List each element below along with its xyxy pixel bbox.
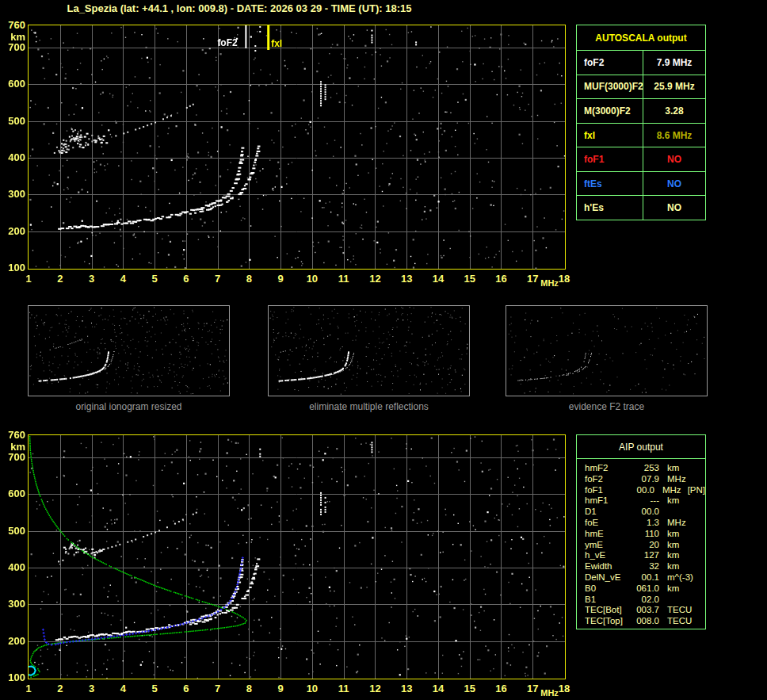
y-tick-label: 400 (2, 562, 25, 573)
x-tick-label: 10 (303, 683, 321, 694)
aip-row-note: [PN] (688, 485, 705, 496)
aip-row-label: B1 (585, 595, 631, 606)
autoscala-row-value: 7.9 MHz (643, 51, 705, 75)
aip-row-label: DelN_vE (585, 572, 631, 583)
thumbnail-caption-1: original ionogram resized (28, 401, 230, 412)
aip-row-value: 32 (631, 561, 659, 572)
aip-row-value: 127 (631, 550, 659, 561)
aip-row-label: D1 (585, 507, 631, 518)
y-tick-label: 600 (2, 488, 25, 499)
y-tick-label: 300 (2, 189, 25, 200)
x-tick-label: 14 (429, 683, 447, 694)
autoscala-row-label: M(3000)F2 (577, 99, 643, 123)
aip-row-label: TEC[Bot] (585, 605, 631, 616)
y-tick-label: 100 (2, 672, 25, 683)
x-tick-label: 13 (398, 273, 415, 285)
autoscala-row-label: MUF(3000)F2 (577, 75, 643, 99)
autoscala-row-label: fxI (577, 124, 643, 147)
thumbnail-caption-3: evidence F2 trace (506, 401, 708, 412)
y-tick-label: 760 (2, 20, 25, 31)
x-tick-label: 16 (492, 273, 509, 285)
y-tick-label: 500 (2, 526, 25, 537)
x-tick-label: 17 (524, 273, 541, 285)
aip-row-unit: km (667, 463, 679, 474)
autoscala-row-label: foF1 (577, 147, 643, 171)
aip-row-unit: TECU (667, 616, 692, 627)
x-tick-label: 3 (83, 273, 101, 285)
y-tick-label: 400 (2, 152, 25, 163)
aip-row-value: --- (631, 495, 659, 507)
x-tick-label: 5 (146, 273, 163, 285)
aip-row: foF207.9MHz (585, 474, 705, 485)
y-tick-label: 700 (2, 452, 25, 463)
autoscala-row-value: 3.28 (643, 99, 705, 123)
aip-row: Ewidth32km (585, 561, 705, 572)
aip-row-unit: MHz (662, 485, 681, 496)
autoscala-row-value: NO (643, 196, 705, 220)
aip-row-unit: km (667, 540, 679, 551)
x-tick-label: 1 (20, 273, 37, 285)
autoscala-app-window: La_Spezia (lat: +44.1 , lon: 009.8) - DA… (0, 0, 767, 700)
autoscala-row-value: 25.9 MHz (643, 75, 705, 99)
x-tick-label: 6 (177, 683, 195, 694)
aip-row: TEC[Bot]003.7TECU (585, 605, 705, 616)
y-tick-label: 500 (2, 116, 25, 127)
aip-row-label: hmE (585, 529, 631, 540)
aip-row-label: hmF1 (585, 495, 631, 507)
aip-row-value: 110 (631, 529, 659, 540)
aip-row-value: 00.1 (631, 572, 659, 583)
aip-row: foF100.0MHz[PN] (585, 485, 705, 496)
x-tick-label: 11 (335, 683, 353, 694)
autoscala-row-label: ftEs (577, 172, 643, 196)
x-tick-label: 15 (461, 273, 479, 285)
aip-row-unit: TECU (667, 605, 692, 616)
x-tick-label: 3 (83, 683, 101, 694)
aip-row-label: foF1 (585, 485, 628, 496)
autoscala-row-value: NO (643, 147, 705, 171)
aip-row-label: foF2 (585, 474, 631, 485)
foF2-marker-label: foF2 (217, 37, 237, 48)
y-tick-label: 600 (2, 78, 25, 90)
aip-row-unit: km (667, 550, 679, 561)
aip-row-value: 253 (631, 463, 659, 474)
aip-table-rows: hmF2253kmfoF207.9MHzfoF100.0MHz[PN]hmF1-… (577, 459, 705, 627)
y-tick-label: 700 (2, 42, 25, 53)
aip-row-label: h_vE (585, 550, 631, 561)
thumbnail-evidence-f2-trace (506, 305, 708, 396)
thumbnail-caption-2: eliminate multiple reflections (268, 401, 470, 412)
aip-row-value: 003.7 (631, 605, 659, 616)
aip-row-label: ymE (585, 540, 631, 551)
aip-row: ymE20km (585, 540, 705, 551)
autoscala-row: M(3000)F23.28 (577, 99, 705, 124)
x-axis-unit-label: MHz (540, 688, 559, 698)
fxI-marker-label: fxI (271, 38, 282, 49)
aip-row-value: 00.0 (628, 485, 654, 496)
autoscala-row-label: foF2 (577, 51, 643, 75)
aip-row-unit: m^(-3) (667, 572, 693, 583)
aip-row-unit: km (667, 583, 679, 595)
aip-row: hmF2253km (585, 463, 705, 474)
aip-row-label: foE (585, 518, 631, 529)
autoscala-table-rows: foF27.9 MHzMUF(3000)F225.9 MHzM(3000)F23… (577, 51, 705, 220)
aip-row-unit: MHz (667, 474, 686, 485)
x-tick-label: 11 (335, 273, 353, 285)
aip-row-value: 00.0 (631, 507, 659, 518)
x-tick-label: 2 (52, 683, 69, 694)
autoscala-output-table: AUTOSCALA output foF27.9 MHzMUF(3000)F22… (576, 25, 706, 220)
x-tick-label: 12 (366, 273, 384, 285)
aip-row: h_vE127km (585, 550, 705, 561)
x-tick-label: 15 (461, 683, 479, 694)
x-tick-label: 5 (146, 683, 163, 694)
x-tick-label: 13 (398, 683, 415, 694)
aip-row: B102.0 (585, 595, 705, 606)
x-tick-label: 9 (272, 273, 289, 285)
y-tick-label: 100 (2, 262, 25, 273)
aip-row-unit: km (667, 495, 679, 507)
ionogram-bottom-plot (28, 434, 566, 679)
station-title: La_Spezia (lat: +44.1 , lon: 009.8) - DA… (0, 2, 479, 14)
autoscala-row-value: 8.6 MHz (643, 124, 705, 147)
x-tick-label: 7 (209, 683, 227, 694)
aip-output-table: AIP output hmF2253kmfoF207.9MHzfoF100.0M… (576, 434, 706, 629)
x-tick-label: 4 (114, 273, 132, 285)
autoscala-row: ftEsNO (577, 172, 705, 197)
